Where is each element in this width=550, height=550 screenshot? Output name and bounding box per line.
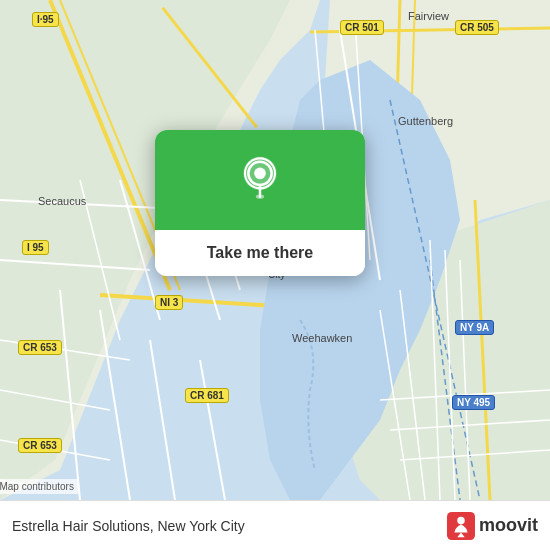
road-badge-cr501: CR 501 (340, 20, 384, 35)
bottom-bar: Estrella Hair Solutions, New York City m… (0, 500, 550, 550)
map-copyright: © OpenStreetMap contributors (0, 479, 79, 494)
svg-point-50 (457, 516, 464, 523)
road-badge-cr653-bot: CR 653 (18, 438, 62, 453)
take-me-there-button[interactable]: Take me there (155, 230, 365, 276)
road-badge-ni3: NI 3 (155, 295, 183, 310)
road-badge-cr653-top: CR 653 (18, 340, 62, 355)
svg-point-46 (256, 169, 264, 177)
moovit-brand-text: moovit (479, 515, 538, 536)
road-badge-i95-top: I·95 (32, 12, 59, 27)
location-pin-icon (235, 155, 285, 205)
moovit-icon (447, 512, 475, 540)
road-badge-cr505: CR 505 (455, 20, 499, 35)
road-badge-ny9a: NY 9A (455, 320, 494, 335)
location-popup: Take me there (155, 130, 365, 276)
map-area: I·95 CR 501 CR 505 I 95 NI 3 CR 653 CR 6… (0, 0, 550, 500)
road-badge-ny495: NY 495 (452, 395, 495, 410)
popup-header (155, 130, 365, 230)
location-label: Estrella Hair Solutions, New York City (12, 518, 447, 534)
road-badge-i95-mid: I 95 (22, 240, 49, 255)
road-badge-cr681: CR 681 (185, 388, 229, 403)
svg-point-48 (256, 195, 264, 199)
moovit-logo: moovit (447, 512, 538, 540)
